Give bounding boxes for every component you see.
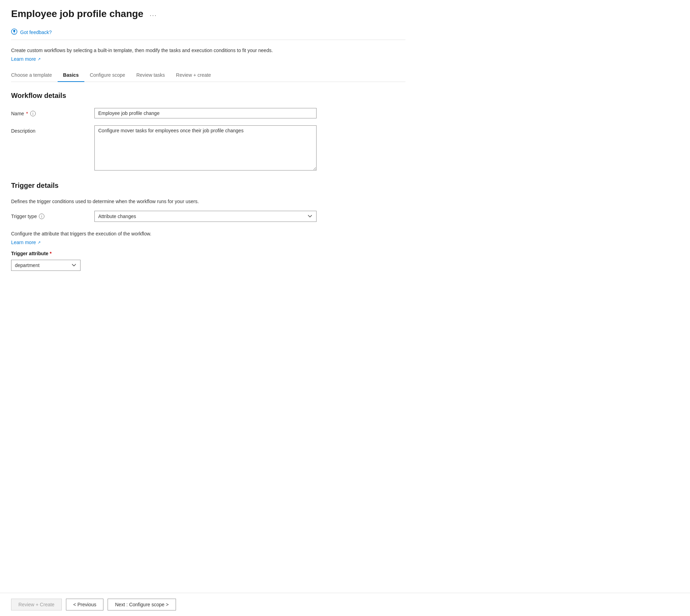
svg-point-1 — [14, 33, 15, 33]
trigger-type-select[interactable]: Attribute changes Scheduled On-demand — [94, 211, 317, 222]
trigger-attr-select[interactable]: department jobTitle manager officeLocati… — [11, 260, 81, 271]
footer-bar: Review + Create < Previous Next : Config… — [0, 593, 690, 616]
trigger-details-section: Trigger details Defines the trigger cond… — [11, 182, 405, 271]
workflow-details-title: Workflow details — [11, 92, 405, 100]
trigger-type-label: Trigger type i — [11, 214, 87, 219]
page-description: Create custom workflows by selecting a b… — [11, 47, 405, 54]
name-info-icon[interactable]: i — [30, 111, 36, 116]
name-input[interactable] — [94, 108, 317, 118]
tab-basics[interactable]: Basics — [58, 69, 84, 82]
tab-review-tasks[interactable]: Review tasks — [131, 69, 170, 82]
attr-description: Configure the attribute that triggers th… — [11, 230, 405, 238]
learn-more-link-trigger[interactable]: Learn more ↗ — [11, 240, 41, 245]
name-label: Name * i — [11, 108, 87, 116]
trigger-attr-section: Configure the attribute that triggers th… — [11, 230, 405, 271]
trigger-type-info-icon[interactable]: i — [39, 214, 44, 219]
previous-button[interactable]: < Previous — [66, 599, 104, 610]
trigger-attr-field: Trigger attribute * department jobTitle … — [11, 251, 405, 271]
trigger-details-title: Trigger details — [11, 182, 405, 190]
page-title: Employee job profile change — [11, 8, 143, 19]
workflow-details-section: Workflow details Name * i Description Co… — [11, 92, 405, 170]
description-label: Description — [11, 125, 87, 134]
page-header: Employee job profile change ... — [11, 8, 405, 19]
trigger-description: Defines the trigger conditions used to d… — [11, 198, 405, 205]
tab-configure-scope[interactable]: Configure scope — [84, 69, 131, 82]
external-link-icon-top: ↗ — [37, 57, 41, 61]
trigger-attr-label: Trigger attribute * — [11, 251, 405, 256]
next-button[interactable]: Next : Configure scope > — [108, 599, 176, 610]
tab-choose-template[interactable]: Choose a template — [11, 69, 58, 82]
feedback-label[interactable]: Got feedback? — [20, 30, 52, 35]
feedback-row: Got feedback? — [11, 25, 405, 40]
learn-more-link-top[interactable]: Learn more ↗ — [11, 56, 41, 62]
external-link-icon-trigger: ↗ — [37, 240, 41, 245]
trigger-type-row: Trigger type i Attribute changes Schedul… — [11, 211, 405, 222]
tabs-navigation: Choose a template Basics Configure scope… — [11, 69, 405, 82]
review-create-button[interactable]: Review + Create — [11, 599, 62, 610]
description-form-row: Description Configure mover tasks for em… — [11, 125, 405, 170]
ellipsis-menu-button[interactable]: ... — [148, 10, 159, 18]
trigger-attr-required-star: * — [50, 251, 51, 256]
description-textarea[interactable]: Configure mover tasks for employees once… — [94, 125, 317, 170]
name-required-star: * — [26, 111, 28, 116]
tab-review-create[interactable]: Review + create — [170, 69, 217, 82]
name-form-row: Name * i — [11, 108, 405, 118]
feedback-icon — [11, 28, 17, 36]
